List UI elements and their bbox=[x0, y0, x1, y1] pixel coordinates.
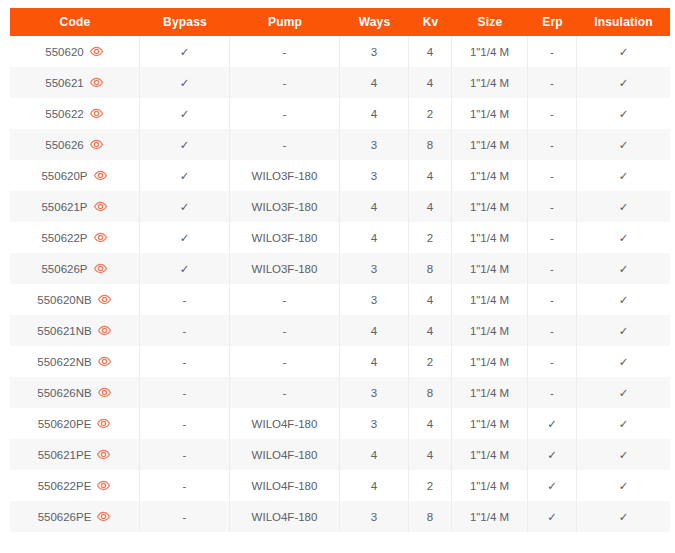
kv-cell: 8 bbox=[409, 501, 452, 532]
bypass-cell: - bbox=[140, 315, 230, 346]
kv-cell: 8 bbox=[409, 377, 452, 408]
eye-view-icon[interactable] bbox=[96, 511, 111, 522]
pump-cell: WILO3F-180 bbox=[230, 222, 340, 253]
table-row: 550626P ✓ WILO3F-180 3 8 1"1/4 M - ✓ bbox=[10, 253, 670, 284]
pump-cell: - bbox=[230, 67, 340, 98]
product-code: 550620PE bbox=[38, 418, 92, 430]
ways-cell: 3 bbox=[340, 501, 409, 532]
eye-view-icon[interactable] bbox=[93, 232, 108, 243]
product-code: 550626P bbox=[41, 263, 87, 275]
eye-view-icon[interactable] bbox=[89, 46, 104, 57]
table-row: 550620NB - - 3 4 1"1/4 M - ✓ bbox=[10, 284, 670, 315]
insulation-cell: ✓ bbox=[577, 98, 670, 129]
bypass-cell: - bbox=[140, 470, 230, 501]
eye-view-icon[interactable] bbox=[93, 263, 108, 274]
product-code: 550622 bbox=[45, 108, 83, 120]
kv-cell: 2 bbox=[409, 222, 452, 253]
code-cell: 550626 bbox=[10, 129, 140, 160]
table-row: 550621 ✓ - 4 4 1"1/4 M - ✓ bbox=[10, 67, 670, 98]
size-cell: 1"1/4 M bbox=[452, 470, 528, 501]
ways-cell: 3 bbox=[340, 36, 409, 67]
eye-view-icon[interactable] bbox=[89, 139, 104, 150]
ways-cell: 4 bbox=[340, 439, 409, 470]
eye-view-icon[interactable] bbox=[89, 77, 104, 88]
pump-cell: WILO4F-180 bbox=[230, 501, 340, 532]
kv-cell: 4 bbox=[409, 191, 452, 222]
product-code: 550622P bbox=[41, 232, 87, 244]
code-cell: 550620P bbox=[10, 160, 140, 191]
column-header-ways: Ways bbox=[340, 15, 409, 29]
product-code: 550621PE bbox=[38, 449, 92, 461]
bypass-cell: - bbox=[140, 439, 230, 470]
table-body: 550620 ✓ - 3 4 1"1/4 M - ✓ 550621 ✓ bbox=[10, 36, 670, 532]
eye-view-icon[interactable] bbox=[93, 201, 108, 212]
ways-cell: 3 bbox=[340, 160, 409, 191]
pump-cell: WILO3F-180 bbox=[230, 253, 340, 284]
eye-view-icon[interactable] bbox=[96, 449, 111, 460]
pump-cell: WILO3F-180 bbox=[230, 160, 340, 191]
eye-view-icon[interactable] bbox=[97, 325, 112, 336]
size-cell: 1"1/4 M bbox=[452, 501, 528, 532]
code-cell: 550626PE bbox=[10, 501, 140, 532]
eye-view-icon[interactable] bbox=[96, 480, 111, 491]
bypass-cell: ✓ bbox=[140, 129, 230, 160]
pump-cell: WILO4F-180 bbox=[230, 439, 340, 470]
table-row: 550621P ✓ WILO3F-180 4 4 1"1/4 M - ✓ bbox=[10, 191, 670, 222]
ways-cell: 4 bbox=[340, 346, 409, 377]
column-header-erp: Erp bbox=[528, 15, 577, 29]
eye-view-icon[interactable] bbox=[97, 356, 112, 367]
ways-cell: 4 bbox=[340, 470, 409, 501]
kv-cell: 8 bbox=[409, 129, 452, 160]
ways-cell: 3 bbox=[340, 284, 409, 315]
insulation-cell: ✓ bbox=[577, 222, 670, 253]
kv-cell: 2 bbox=[409, 98, 452, 129]
table-row: 550626 ✓ - 3 8 1"1/4 M - ✓ bbox=[10, 129, 670, 160]
erp-cell: - bbox=[528, 222, 577, 253]
eye-view-icon[interactable] bbox=[96, 418, 111, 429]
bypass-cell: - bbox=[140, 408, 230, 439]
size-cell: 1"1/4 M bbox=[452, 377, 528, 408]
pump-cell: - bbox=[230, 315, 340, 346]
erp-cell: - bbox=[528, 191, 577, 222]
product-code: 550622NB bbox=[37, 356, 91, 368]
product-variants-table: Code Bypass Pump Ways Kv Size Erp Insula… bbox=[10, 8, 670, 532]
code-cell: 550621NB bbox=[10, 315, 140, 346]
product-code: 550626NB bbox=[37, 387, 91, 399]
table-row: 550620 ✓ - 3 4 1"1/4 M - ✓ bbox=[10, 36, 670, 67]
size-cell: 1"1/4 M bbox=[452, 315, 528, 346]
product-code: 550621 bbox=[45, 77, 83, 89]
ways-cell: 4 bbox=[340, 98, 409, 129]
column-header-size: Size bbox=[452, 15, 528, 29]
insulation-cell: ✓ bbox=[577, 129, 670, 160]
pump-cell: WILO4F-180 bbox=[230, 470, 340, 501]
erp-cell: - bbox=[528, 377, 577, 408]
code-cell: 550622P bbox=[10, 222, 140, 253]
table-row: 550622PE - WILO4F-180 4 2 1"1/4 M ✓ ✓ bbox=[10, 470, 670, 501]
eye-view-icon[interactable] bbox=[97, 387, 112, 398]
table-row: 550622P ✓ WILO3F-180 4 2 1"1/4 M - ✓ bbox=[10, 222, 670, 253]
column-header-insulation: Insulation bbox=[577, 15, 670, 29]
eye-view-icon[interactable] bbox=[89, 108, 104, 119]
kv-cell: 4 bbox=[409, 36, 452, 67]
eye-view-icon[interactable] bbox=[97, 294, 112, 305]
insulation-cell: ✓ bbox=[577, 408, 670, 439]
insulation-cell: ✓ bbox=[577, 315, 670, 346]
size-cell: 1"1/4 M bbox=[452, 98, 528, 129]
insulation-cell: ✓ bbox=[577, 160, 670, 191]
size-cell: 1"1/4 M bbox=[452, 36, 528, 67]
ways-cell: 4 bbox=[340, 191, 409, 222]
size-cell: 1"1/4 M bbox=[452, 222, 528, 253]
code-cell: 550621P bbox=[10, 191, 140, 222]
bypass-cell: ✓ bbox=[140, 222, 230, 253]
code-cell: 550620PE bbox=[10, 408, 140, 439]
eye-view-icon[interactable] bbox=[93, 170, 108, 181]
table-row: 550620P ✓ WILO3F-180 3 4 1"1/4 M - ✓ bbox=[10, 160, 670, 191]
product-code: 550621P bbox=[41, 201, 87, 213]
size-cell: 1"1/4 M bbox=[452, 284, 528, 315]
bypass-cell: ✓ bbox=[140, 160, 230, 191]
erp-cell: - bbox=[528, 36, 577, 67]
code-cell: 550621PE bbox=[10, 439, 140, 470]
erp-cell: - bbox=[528, 284, 577, 315]
table-row: 550620PE - WILO4F-180 3 4 1"1/4 M ✓ ✓ bbox=[10, 408, 670, 439]
size-cell: 1"1/4 M bbox=[452, 67, 528, 98]
